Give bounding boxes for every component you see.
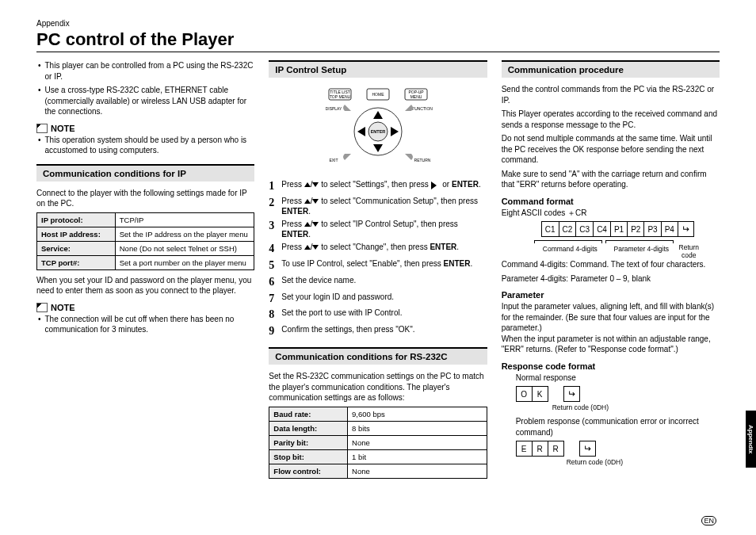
step: Press / to select "IP Control Setup", th… xyxy=(269,219,487,240)
note-header: NOTE xyxy=(36,124,254,133)
triangle-down-icon xyxy=(312,245,319,253)
return-arrow-icon: ↵ xyxy=(567,388,575,399)
proc-para: This Player operates according to the re… xyxy=(502,109,720,130)
triangle-right-icon xyxy=(431,182,441,189)
ip-after-para: When you set your ID and password on the… xyxy=(36,275,254,296)
svg-text:MENU: MENU xyxy=(410,94,422,99)
title-rule xyxy=(36,52,720,52)
content-columns: This player can be controlled from a PC … xyxy=(36,60,720,483)
command-format-diagram: C1C2 C3C4 P1P2 P3P4 ↵ Command 4-digits P… xyxy=(502,221,720,259)
column-1: This player can be controlled from a PC … xyxy=(36,60,254,483)
intro-bullet: This player can be controlled from a PC … xyxy=(36,60,254,82)
setup-steps: Press / to select "Settings", then press… xyxy=(269,179,487,339)
side-tab-appendix: Appendix xyxy=(746,411,756,468)
step: Set your login ID and password. xyxy=(269,292,487,307)
parameter-text: Input the parameter values, aligning lef… xyxy=(502,301,720,355)
triangle-down-icon xyxy=(312,199,319,207)
note-bullet: The connection will be cut off when ther… xyxy=(36,314,254,335)
svg-marker-18 xyxy=(391,127,399,136)
proc-para: Do not send multiple commands at the sam… xyxy=(502,133,720,166)
svg-text:RETURN: RETURN xyxy=(414,158,431,162)
rs232-table: Baud rate:9,600 bps Data length:8 bits P… xyxy=(269,407,487,479)
command-format-header: Command format xyxy=(502,197,720,206)
svg-text:DISPLAY: DISPLAY xyxy=(326,106,342,111)
column-3: Communication procedure Send the control… xyxy=(502,60,720,483)
step: To use IP Control, select "Enable", then… xyxy=(269,258,487,273)
ip-cond-intro: Connect to the player with the following… xyxy=(36,188,254,209)
response-problem-label: Problem response (communication error or… xyxy=(516,416,720,438)
triangle-down-icon xyxy=(312,222,319,230)
svg-text:TOP MENU: TOP MENU xyxy=(330,94,351,99)
response-normal-label: Normal response xyxy=(516,373,720,384)
proc-para: Make sure to send "A" with the carriage … xyxy=(502,169,720,190)
step: Set the device name. xyxy=(269,275,487,290)
svg-marker-17 xyxy=(357,127,365,136)
command-format-sub: Eight ASCII codes ＋CR xyxy=(502,208,720,219)
section-comm-procedure: Communication procedure xyxy=(502,60,720,78)
intro-bullet: Use a cross-type RS-232C cable, ETHERNET… xyxy=(36,85,254,117)
cmd-after: Command 4-digits: Command. The text of f… xyxy=(502,259,720,270)
svg-text:EXIT: EXIT xyxy=(329,158,338,162)
parameter-header: Parameter xyxy=(502,290,720,300)
svg-marker-15 xyxy=(373,111,383,119)
page: Appendix PC control of the Player This p… xyxy=(0,0,756,535)
step: Set the port to use with IP Control. xyxy=(269,308,487,323)
return-code-caption: Return code (0DH) xyxy=(567,458,720,466)
note-header: NOTE xyxy=(36,303,254,312)
section-rs232c: Communication conditions for RS-232C xyxy=(269,347,487,365)
column-2: IP Control Setup TITLE LISTTOP MENU HOME… xyxy=(269,60,487,483)
step: Press / to select "Change", then press E… xyxy=(269,242,487,257)
proc-para: Send the control commands from the PC vi… xyxy=(502,84,720,105)
page-title: PC control of the Player xyxy=(36,29,720,50)
footer-language-badge: EN xyxy=(701,516,716,525)
response-format-header: Response code format xyxy=(502,361,720,371)
remote-diagram: TITLE LISTTOP MENU HOME POP-UPMENU DISPL… xyxy=(269,84,487,173)
section-ip-conditions: Communication conditions for IP xyxy=(36,164,254,182)
step: Press / to select "Communication Setup",… xyxy=(269,196,487,217)
svg-text:HOME: HOME xyxy=(372,92,384,97)
return-arrow-icon: ↵ xyxy=(583,443,591,454)
return-arrow-icon: ↵ xyxy=(682,224,689,235)
triangle-up-icon xyxy=(304,179,311,187)
note-bullet: This operation system should be used by … xyxy=(36,135,254,156)
section-ip-setup: IP Control Setup xyxy=(269,60,487,78)
svg-text:ENTER: ENTER xyxy=(371,129,386,134)
svg-text:FUNCTION: FUNCTION xyxy=(412,106,433,111)
ip-table: IP protocol:TCP/IP Host IP address:Set t… xyxy=(36,212,254,270)
step: Press / to select "Settings", then press… xyxy=(269,179,487,194)
triangle-down-icon xyxy=(312,182,319,190)
appendix-small: Appendix xyxy=(36,19,720,28)
cmd-after: Parameter 4-digits: Parameter 0 – 9, bla… xyxy=(502,273,720,285)
step: Confirm the settings, then press "OK". xyxy=(269,324,487,339)
return-code-caption: Return code (0DH) xyxy=(552,403,720,411)
svg-marker-16 xyxy=(373,144,383,152)
remote-svg: TITLE LISTTOP MENU HOME POP-UPMENU DISPL… xyxy=(315,84,441,171)
triangle-up-icon xyxy=(304,196,311,204)
rs232-intro: Set the RS-232C communication settings o… xyxy=(269,371,487,403)
triangle-up-icon xyxy=(304,219,311,227)
triangle-up-icon xyxy=(304,242,311,250)
